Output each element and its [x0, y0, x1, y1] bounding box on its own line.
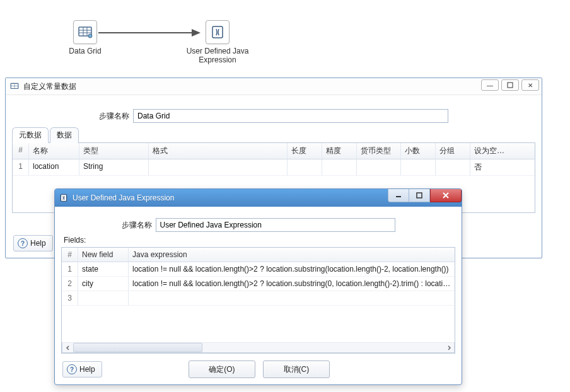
table-row[interactable]: 1 state location != null && location.len… [62, 262, 455, 277]
table-header: # 名称 类型 格式 长度 精度 货币类型 小数 分组 设为空串? [13, 143, 535, 159]
col-newfield[interactable]: New field [78, 248, 129, 262]
cell-currency[interactable] [357, 159, 401, 175]
tabs: 元数据 数据 [12, 127, 535, 143]
java-expression-icon [206, 20, 230, 44]
table-header: # New field Java expression [62, 248, 455, 262]
col-expression[interactable]: Java expression [129, 248, 455, 262]
cell-rownum: 3 [62, 291, 78, 305]
cell-expression[interactable]: location != null && location.length()>2 … [129, 277, 455, 291]
svg-rect-10 [508, 83, 513, 88]
fields-table: # New field Java expression 1 state loca… [61, 247, 455, 354]
help-icon: ? [67, 364, 77, 374]
node-java-expression[interactable]: User Defined Java Expression [167, 20, 268, 64]
col-rownum[interactable]: # [13, 143, 29, 159]
chevron-left-icon [66, 345, 71, 350]
cell-precision[interactable] [322, 159, 357, 175]
tab-metadata[interactable]: 元数据 [12, 127, 49, 143]
cell-rownum: 1 [62, 262, 78, 276]
cell-expression[interactable]: location != null && location.length()>2 … [129, 262, 455, 276]
col-format[interactable]: 格式 [149, 143, 288, 159]
col-decimal[interactable]: 小数 [401, 143, 436, 159]
window-title: 自定义常量数据 [23, 81, 76, 92]
help-label: Help [30, 239, 46, 248]
close-button[interactable] [430, 189, 462, 202]
close-button[interactable]: ✕ [521, 79, 539, 91]
scroll-right-button[interactable] [443, 343, 454, 352]
cell-rownum: 1 [13, 159, 29, 175]
node-label: Data Grid [60, 47, 110, 55]
col-currency[interactable]: 货币类型 [357, 143, 401, 159]
col-length[interactable]: 长度 [288, 143, 322, 159]
scrollbar-thumb[interactable] [73, 343, 202, 352]
col-type[interactable]: 类型 [79, 143, 149, 159]
window-title: User Defined Java Expression [73, 193, 174, 202]
table-row[interactable]: 3 [62, 291, 455, 306]
maximize-button[interactable] [501, 79, 519, 91]
step-name-label: 步骤名称 [122, 220, 152, 231]
table-row[interactable]: 1 location String 否 [13, 159, 535, 176]
flow-canvas: Data Grid User Defined Java Expression [0, 0, 570, 76]
scroll-left-button[interactable] [62, 343, 73, 352]
step-name-input[interactable] [156, 218, 395, 232]
col-precision[interactable]: 精度 [322, 143, 357, 159]
cell-newfield[interactable] [78, 291, 129, 305]
cell-decimal[interactable] [401, 159, 436, 175]
step-name-row: 步骤名称 [12, 109, 535, 123]
svg-rect-11 [61, 195, 66, 202]
cell-nullable[interactable]: 否 [470, 159, 511, 175]
help-label: Help [79, 365, 95, 374]
java-expression-icon [59, 193, 69, 203]
svg-rect-6 [212, 26, 223, 38]
step-name-row: 步骤名称 [61, 218, 455, 232]
close-icon [442, 192, 450, 199]
tab-data[interactable]: 数据 [50, 127, 79, 143]
col-nullable[interactable]: 设为空串? [470, 143, 511, 159]
data-grid-icon [9, 81, 20, 91]
cell-newfield[interactable]: city [78, 277, 129, 291]
titlebar[interactable]: User Defined Java Expression [55, 189, 462, 207]
cell-length[interactable] [288, 159, 322, 175]
minimize-button[interactable] [388, 189, 409, 202]
table-empty-area [62, 306, 455, 342]
help-icon: ? [18, 238, 28, 248]
cell-newfield[interactable]: state [78, 262, 129, 276]
maximize-icon [507, 82, 513, 88]
cell-rownum: 2 [62, 277, 78, 291]
node-label: User Defined Java Expression [167, 47, 268, 64]
maximize-icon [416, 192, 422, 199]
horizontal-scrollbar[interactable] [62, 342, 455, 353]
col-rownum[interactable]: # [62, 248, 78, 262]
cell-type[interactable]: String [79, 159, 149, 175]
fields-label: Fields: [64, 236, 455, 245]
step-name-label: 步骤名称 [99, 111, 129, 122]
maximize-button[interactable] [409, 189, 430, 202]
cancel-button[interactable]: 取消(C) [263, 360, 330, 378]
col-group[interactable]: 分组 [436, 143, 470, 159]
svg-point-5 [88, 34, 92, 38]
cell-expression[interactable] [129, 291, 455, 305]
table-row[interactable]: 2 city location != null && location.leng… [62, 277, 455, 291]
scrollbar-track[interactable] [73, 343, 443, 352]
ok-button[interactable]: 确定(O) [189, 360, 255, 378]
minimize-icon [395, 192, 402, 199]
col-name[interactable]: 名称 [29, 143, 79, 159]
cell-name[interactable]: location [29, 159, 79, 175]
chevron-right-icon [446, 345, 451, 350]
step-name-input[interactable] [133, 109, 448, 123]
data-grid-icon [73, 20, 97, 44]
cell-format[interactable] [149, 159, 288, 175]
window-java-expression-step: User Defined Java Expression 步骤名 [54, 188, 462, 385]
help-button[interactable]: ? Help [13, 235, 53, 251]
svg-rect-13 [417, 193, 422, 198]
minimize-button[interactable]: — [481, 79, 499, 91]
titlebar[interactable]: 自定义常量数据 — ✕ [6, 78, 542, 95]
node-data-grid[interactable]: Data Grid [60, 20, 110, 55]
cell-group[interactable] [436, 159, 470, 175]
help-button[interactable]: ? Help [62, 361, 102, 378]
